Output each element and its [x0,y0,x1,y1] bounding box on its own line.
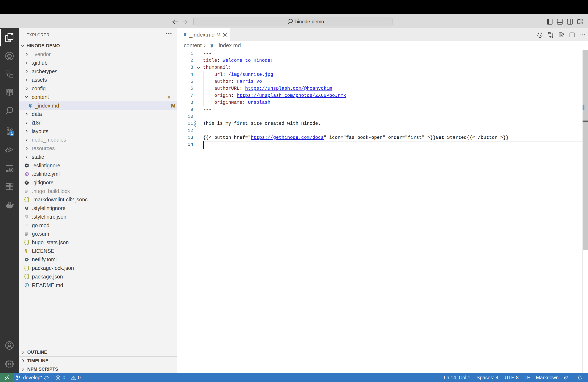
svg-text:1: 1 [11,131,13,135]
